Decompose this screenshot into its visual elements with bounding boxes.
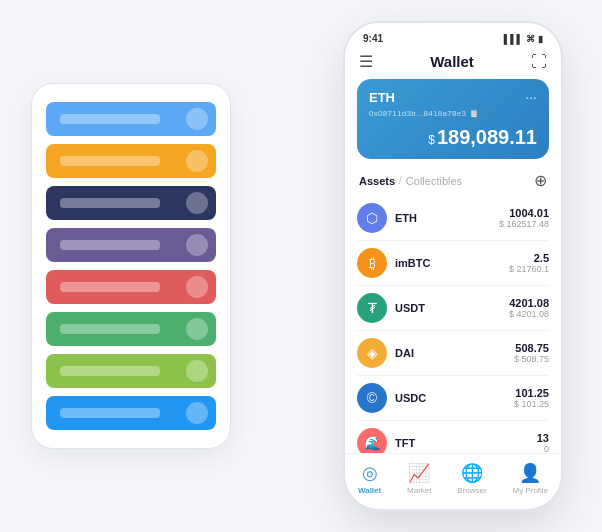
asset-values: 101.25$ 101.25 [514, 387, 549, 409]
asset-icon: ₮ [357, 293, 387, 323]
bottom-nav: ◎Wallet📈Market🌐Browser👤My Profile [345, 453, 561, 509]
card-strip-icon [186, 360, 208, 382]
asset-amount: 4201.08 [509, 297, 549, 309]
asset-row[interactable]: ©USDC101.25$ 101.25 [357, 376, 549, 421]
assets-tabs: Assets / Collectibles [359, 175, 462, 187]
eth-balance-symbol: $ [428, 133, 435, 147]
card-strip-text [60, 408, 160, 418]
asset-amount: 508.75 [514, 342, 549, 354]
asset-row[interactable]: ₿imBTC2.5$ 21760.1 [357, 241, 549, 286]
nav-item-wallet[interactable]: ◎Wallet [358, 462, 381, 495]
add-asset-button[interactable]: ⊕ [534, 171, 547, 190]
asset-icon: ⬡ [357, 203, 387, 233]
asset-row[interactable]: ◈DAI508.75$ 508.75 [357, 331, 549, 376]
asset-usd: $ 101.25 [514, 399, 549, 409]
eth-balance: $189,089.11 [369, 126, 537, 149]
asset-name: ETH [395, 212, 499, 224]
asset-icon: © [357, 383, 387, 413]
card-strip-icon [186, 108, 208, 130]
eth-address: 0x08711d3b...8418a78e3 📋 [369, 109, 537, 118]
status-time: 9:41 [363, 33, 383, 44]
asset-values: 130 [537, 432, 549, 453]
tab-assets[interactable]: Assets [359, 175, 395, 187]
nav-item-market[interactable]: 📈Market [407, 462, 431, 495]
card-strip-text [60, 282, 160, 292]
asset-name: USDT [395, 302, 509, 314]
eth-card[interactable]: ETH ··· 0x08711d3b...8418a78e3 📋 $189,08… [357, 79, 549, 159]
phone-header: ☰ Wallet ⛶ [345, 48, 561, 79]
card-strip[interactable] [46, 228, 216, 262]
card-list-panel [31, 83, 231, 449]
card-strip-text [60, 324, 160, 334]
eth-card-top: ETH ··· [369, 89, 537, 105]
card-strip-icon [186, 234, 208, 256]
card-strip-text [60, 198, 160, 208]
asset-amount: 1004.01 [499, 207, 549, 219]
eth-balance-amount: 189,089.11 [437, 126, 537, 148]
expand-icon[interactable]: ⛶ [531, 53, 547, 71]
card-strip[interactable] [46, 144, 216, 178]
asset-amount: 13 [537, 432, 549, 444]
asset-usd: $ 162517.48 [499, 219, 549, 229]
asset-row[interactable]: 🌊TFT130 [357, 421, 549, 453]
nav-label-browser: Browser [457, 486, 486, 495]
asset-name: TFT [395, 437, 537, 449]
asset-values: 2.5$ 21760.1 [509, 252, 549, 274]
battery-icon: ▮ [538, 34, 543, 44]
wifi-icon: ⌘ [526, 34, 535, 44]
asset-usd: 0 [537, 444, 549, 453]
nav-label-wallet: Wallet [358, 486, 381, 495]
asset-name: DAI [395, 347, 514, 359]
scene: 9:41 ▌▌▌ ⌘ ▮ ☰ Wallet ⛶ ETH ··· 0x08711d… [11, 11, 591, 521]
card-strip[interactable] [46, 102, 216, 136]
asset-row[interactable]: ₮USDT4201.08$ 4201.08 [357, 286, 549, 331]
eth-card-label: ETH [369, 90, 395, 105]
card-strip-icon [186, 276, 208, 298]
nav-icon-profile: 👤 [519, 462, 541, 484]
card-strip-text [60, 114, 160, 124]
assets-header: Assets / Collectibles ⊕ [345, 167, 561, 196]
card-strip-icon [186, 192, 208, 214]
nav-label-profile: My Profile [513, 486, 549, 495]
card-strip[interactable] [46, 354, 216, 388]
nav-item-profile[interactable]: 👤My Profile [513, 462, 549, 495]
card-strip[interactable] [46, 186, 216, 220]
asset-name: USDC [395, 392, 514, 404]
eth-card-more[interactable]: ··· [525, 89, 537, 105]
nav-label-market: Market [407, 486, 431, 495]
card-strip-text [60, 240, 160, 250]
asset-usd: $ 4201.08 [509, 309, 549, 319]
card-strip-text [60, 156, 160, 166]
main-phone: 9:41 ▌▌▌ ⌘ ▮ ☰ Wallet ⛶ ETH ··· 0x08711d… [343, 21, 563, 511]
asset-values: 1004.01$ 162517.48 [499, 207, 549, 229]
card-strip[interactable] [46, 396, 216, 430]
page-title: Wallet [373, 53, 531, 70]
menu-icon[interactable]: ☰ [359, 52, 373, 71]
tab-separator: / [399, 175, 402, 186]
asset-usd: $ 21760.1 [509, 264, 549, 274]
asset-values: 4201.08$ 4201.08 [509, 297, 549, 319]
asset-icon: ◈ [357, 338, 387, 368]
nav-icon-browser: 🌐 [461, 462, 483, 484]
signal-icon: ▌▌▌ [504, 34, 523, 44]
status-icons: ▌▌▌ ⌘ ▮ [504, 34, 543, 44]
tab-collectibles[interactable]: Collectibles [406, 175, 462, 187]
asset-icon: ₿ [357, 248, 387, 278]
asset-amount: 101.25 [514, 387, 549, 399]
asset-icon: 🌊 [357, 428, 387, 453]
card-strip-icon [186, 402, 208, 424]
card-strip[interactable] [46, 270, 216, 304]
asset-list: ⬡ETH1004.01$ 162517.48₿imBTC2.5$ 21760.1… [345, 196, 561, 453]
nav-icon-market: 📈 [408, 462, 430, 484]
card-strip-text [60, 366, 160, 376]
asset-usd: $ 508.75 [514, 354, 549, 364]
status-bar: 9:41 ▌▌▌ ⌘ ▮ [345, 23, 561, 48]
card-strip-icon [186, 318, 208, 340]
asset-values: 508.75$ 508.75 [514, 342, 549, 364]
card-strip[interactable] [46, 312, 216, 346]
nav-item-browser[interactable]: 🌐Browser [457, 462, 486, 495]
card-strip-icon [186, 150, 208, 172]
asset-name: imBTC [395, 257, 509, 269]
asset-row[interactable]: ⬡ETH1004.01$ 162517.48 [357, 196, 549, 241]
asset-amount: 2.5 [509, 252, 549, 264]
